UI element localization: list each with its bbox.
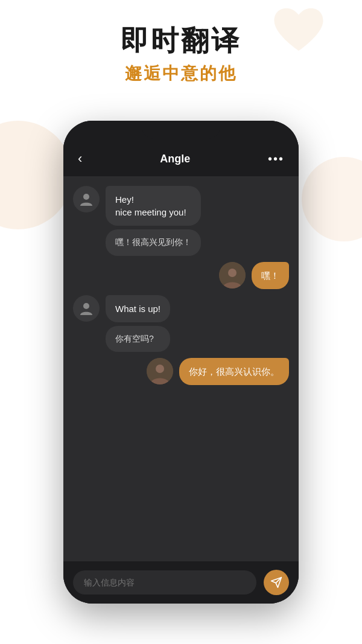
more-options-button[interactable]: ••• <box>268 152 284 166</box>
message-bubble: What is up! <box>106 295 170 322</box>
bubble-group: Hey!nice meeting you! 嘿！很高兴见到你！ <box>106 186 201 256</box>
chat-input-area <box>63 561 299 604</box>
header-section: 即时翻译 邂逅中意的他 <box>0 24 362 85</box>
table-row: Hey!nice meeting you! 嘿！很高兴见到你！ <box>73 186 289 256</box>
table-row: 你好，很高兴认识你。 <box>73 358 289 385</box>
svg-point-2 <box>228 269 237 277</box>
avatar <box>73 295 100 322</box>
bg-circle-left <box>0 121 72 229</box>
send-icon <box>270 576 282 588</box>
message-input[interactable] <box>73 570 256 595</box>
phone-mockup: ‹ Angle ••• Hey!nice meeting you! 嘿！很高兴见… <box>63 121 299 604</box>
phone-frame: ‹ Angle ••• Hey!nice meeting you! 嘿！很高兴见… <box>63 121 299 604</box>
bubble-group: What is up! 你有空吗? <box>106 295 170 352</box>
send-button[interactable] <box>264 570 289 595</box>
user-photo-icon <box>147 358 173 384</box>
svg-point-3 <box>83 303 89 309</box>
table-row: What is up! 你有空吗? <box>73 295 289 352</box>
user-silhouette-icon <box>78 191 94 207</box>
svg-point-5 <box>156 365 164 373</box>
avatar <box>147 358 173 384</box>
chat-contact-name: Angle <box>160 153 190 165</box>
chat-body: Hey!nice meeting you! 嘿！很高兴见到你！ 嘿！ <box>63 176 299 561</box>
translation-bubble: 嘿！很高兴见到你！ <box>106 229 201 256</box>
phone-notch <box>142 121 220 139</box>
translation-bubble: 你有空吗? <box>106 326 170 352</box>
user-silhouette-icon <box>78 301 94 316</box>
bg-circle-right <box>302 157 362 241</box>
message-bubble: 嘿！ <box>252 262 289 289</box>
table-row: 嘿！ <box>73 262 289 289</box>
bubble-group-right: 你好，很高兴认识你。 <box>179 358 289 385</box>
avatar <box>219 262 246 289</box>
main-title: 即时翻译 <box>0 24 362 57</box>
message-bubble: Hey!nice meeting you! <box>106 186 201 226</box>
back-button[interactable]: ‹ <box>78 151 82 167</box>
user-photo-icon <box>219 262 246 289</box>
bubble-group-right: 嘿！ <box>252 262 289 289</box>
message-bubble: 你好，很高兴认识你。 <box>179 358 289 385</box>
sub-title: 邂逅中意的他 <box>0 62 362 85</box>
svg-point-0 <box>83 194 89 200</box>
avatar <box>73 186 100 212</box>
